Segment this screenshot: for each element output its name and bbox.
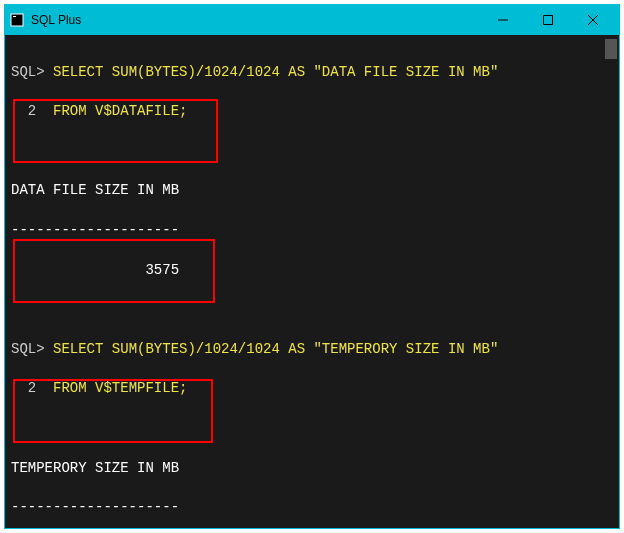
titlebar[interactable]: SQL Plus	[5, 5, 619, 35]
close-button[interactable]	[570, 5, 615, 35]
result2-header: TEMPERORY SIZE IN MB	[11, 460, 179, 476]
svg-rect-0	[11, 14, 23, 26]
query2-line2: FROM V$TEMPFILE;	[53, 380, 187, 396]
app-icon	[9, 12, 25, 28]
terminal[interactable]: SQL> SELECT SUM(BYTES)/1024/1024 AS "DAT…	[5, 35, 619, 528]
result1-header: DATA FILE SIZE IN MB	[11, 182, 179, 198]
sql-prompt: SQL>	[11, 64, 45, 80]
query1-line1: SELECT SUM(BYTES)/1024/1024 AS "DATA FIL…	[53, 64, 498, 80]
svg-rect-3	[543, 16, 552, 25]
result1-value: 3575	[11, 262, 179, 278]
terminal-content: SQL> SELECT SUM(BYTES)/1024/1024 AS "DAT…	[11, 43, 613, 528]
scrollbar-thumb[interactable]	[605, 39, 617, 59]
result2-sep: --------------------	[11, 499, 179, 515]
window: SQL Plus SQL> SELECT SUM(BYTES)/1024/102…	[4, 4, 620, 529]
query1-line2: FROM V$DATAFILE;	[53, 103, 187, 119]
query2-line1: SELECT SUM(BYTES)/1024/1024 AS "TEMPEROR…	[53, 341, 498, 357]
window-controls	[480, 5, 615, 35]
window-title: SQL Plus	[31, 13, 480, 27]
result1-sep: --------------------	[11, 222, 179, 238]
maximize-button[interactable]	[525, 5, 570, 35]
line-number: 2	[11, 380, 36, 396]
minimize-button[interactable]	[480, 5, 525, 35]
sql-prompt: SQL>	[11, 341, 45, 357]
line-number: 2	[11, 103, 36, 119]
svg-rect-1	[13, 16, 16, 17]
scrollbar[interactable]	[603, 35, 619, 528]
